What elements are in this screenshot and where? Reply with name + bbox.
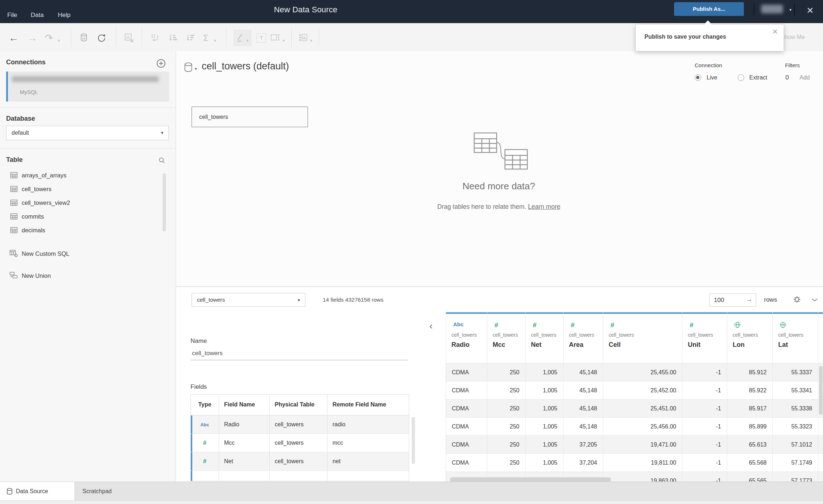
table-list-item[interactable]: decimals xyxy=(0,223,176,237)
grid-row[interactable]: CDMA 250 1,005 37,205 19,471.00 -1 65.61… xyxy=(446,436,823,454)
datasource-chevron-icon[interactable]: ▾ xyxy=(195,66,197,71)
clear-sheet-icon[interactable] xyxy=(124,33,134,43)
menu-help[interactable]: Help xyxy=(58,11,70,20)
grid-column-header[interactable]: cell_towers Net xyxy=(526,312,563,363)
fields-table-row[interactable]: Mcc cell_towers mcc xyxy=(191,434,409,452)
grid-column-header[interactable] xyxy=(818,312,823,363)
avatar[interactable] xyxy=(761,5,783,13)
database-heading: Database xyxy=(6,115,35,122)
column-table-name: cell_towers xyxy=(778,332,818,338)
database-select[interactable]: default ▾ xyxy=(6,126,169,140)
column-table-name: cell_towers xyxy=(451,332,487,338)
table-name-label: cell_towers_view2 xyxy=(22,196,70,210)
cell-radio: CDMA xyxy=(446,382,487,400)
fields-table-row[interactable] xyxy=(191,471,409,481)
fields-table-row[interactable]: Radio cell_towers radio xyxy=(191,415,409,434)
show-hide-cards-icon[interactable] xyxy=(299,33,308,42)
extract-radio[interactable] xyxy=(738,74,744,81)
menu-file[interactable]: File xyxy=(7,11,17,20)
cell-towers-table-node[interactable]: cell_towers xyxy=(192,107,308,127)
field-name-cell xyxy=(219,471,270,481)
physical-table-cell xyxy=(270,471,327,481)
extract-radio-label[interactable]: Extract xyxy=(749,74,767,81)
add-connection-icon[interactable] xyxy=(157,59,166,68)
metadata-collapse-icon[interactable]: ‹ xyxy=(429,320,433,332)
text-label-icon[interactable]: T xyxy=(257,33,266,43)
learn-more-link[interactable]: Learn more xyxy=(528,203,561,210)
cards-chevron-icon[interactable]: ▾ xyxy=(310,38,312,43)
database-select-value: default xyxy=(12,126,29,140)
search-tables-icon[interactable] xyxy=(158,157,166,164)
column-field-name: Lat xyxy=(778,341,818,349)
fit-chevron-icon[interactable]: ▾ xyxy=(283,38,285,43)
menu-data[interactable]: Data xyxy=(31,11,44,20)
grid-column-header[interactable]: cell_towers Lat xyxy=(773,312,818,363)
preview-collapse-chevron-icon[interactable] xyxy=(811,298,818,302)
replay-icon[interactable]: ↷ xyxy=(45,33,53,43)
grid-row[interactable]: CDMA 250 1,005 45,148 25,452.00 -1 85.92… xyxy=(446,382,823,400)
fields-table-row[interactable]: Net cell_towers net xyxy=(191,452,409,471)
preview-table-select[interactable]: cell_towers ▾ xyxy=(192,293,305,307)
new-union-label: New Union xyxy=(22,268,51,283)
drag-tables-text: Drag tables here to relate them. xyxy=(437,203,526,210)
connection-name-redacted xyxy=(12,76,159,82)
replay-chevron-icon[interactable]: ▾ xyxy=(58,38,60,43)
preview-settings-gear-icon[interactable] xyxy=(793,295,801,304)
swap-rows-columns-icon[interactable] xyxy=(150,33,160,43)
new-custom-sql-button[interactable]: New Custom SQL xyxy=(0,246,176,261)
grid-column-header[interactable]: cell_towers Unit xyxy=(682,312,727,363)
grid-column-header[interactable]: cell_towers Radio xyxy=(446,312,487,363)
live-radio[interactable] xyxy=(695,74,701,81)
column-table-name: cell_towers xyxy=(688,332,727,338)
connection-item[interactable]: MySQL xyxy=(6,72,169,102)
grid-row[interactable]: CDMA 250 1,005 45,148 25,456.00 -1 85.89… xyxy=(446,418,823,436)
table-list-item[interactable]: commits xyxy=(0,210,176,223)
cell-lon: 85.917 xyxy=(727,400,773,418)
publish-as-button[interactable]: Publish As... xyxy=(674,2,744,16)
cell-radio: CDMA xyxy=(446,418,487,436)
totals-chevron-icon[interactable]: ▾ xyxy=(214,38,216,43)
filters-add-link[interactable]: Add xyxy=(800,74,810,81)
cell-overflow xyxy=(818,454,823,472)
grid-column-header[interactable]: cell_towers Lon xyxy=(727,312,773,363)
table-name-input[interactable] xyxy=(190,350,408,360)
grid-column-header[interactable]: cell_towers Area xyxy=(563,312,603,363)
tab-data-source[interactable]: Data Source xyxy=(0,482,75,500)
cell-lat: 57.1773 xyxy=(773,472,818,482)
totals-sigma-icon[interactable]: Σ xyxy=(203,33,209,43)
datasource-pause-icon[interactable] xyxy=(80,33,87,42)
avatar-chevron-down-icon[interactable]: ▾ xyxy=(789,7,792,12)
table-list-item[interactable]: cell_towers_view2 xyxy=(0,196,176,210)
redo-icon[interactable]: → xyxy=(27,33,37,43)
grid-row[interactable]: CDMA 250 1,005 45,148 25,455.00 -1 85.91… xyxy=(446,363,823,382)
new-union-button[interactable]: New Union xyxy=(0,268,176,283)
close-window-icon[interactable]: × xyxy=(807,2,814,18)
tooltip-close-icon[interactable]: × xyxy=(772,26,778,37)
fields-table-scrollbar[interactable] xyxy=(412,417,415,464)
live-radio-label[interactable]: Live xyxy=(707,74,717,81)
grid-header: cell_towers Radio cell_towers Mcc cell xyxy=(446,312,823,363)
apply-rows-arrow-icon[interactable]: → xyxy=(746,296,752,303)
table-list: arrays_of_arrays cell_towers xyxy=(0,168,176,237)
grid-row[interactable]: CDMA 250 1,005 37,204 19,811.00 -1 65.56… xyxy=(446,454,823,472)
grid-row[interactable]: CDMA 250 1,005 45,148 25,451.00 -1 85.91… xyxy=(446,400,823,418)
datasource-database-icon[interactable] xyxy=(184,62,193,73)
sort-descending-icon[interactable] xyxy=(186,33,195,43)
cell-radio: CDMA xyxy=(446,363,487,382)
table-list-item[interactable]: arrays_of_arrays xyxy=(0,168,176,182)
grid-column-header[interactable]: cell_towers Mcc xyxy=(487,312,526,363)
table-list-scrollbar[interactable] xyxy=(163,173,166,231)
undo-icon[interactable]: ← xyxy=(9,33,18,43)
fit-width-icon[interactable] xyxy=(270,33,280,42)
highlight-pen-icon[interactable] xyxy=(236,33,245,43)
refresh-icon[interactable] xyxy=(97,33,107,43)
show-me-button[interactable]: Show Me xyxy=(781,34,805,40)
highlight-chevron-icon[interactable]: ▾ xyxy=(247,38,249,43)
remote-field-name-cell: mcc xyxy=(327,434,407,452)
column-type-icon xyxy=(690,321,727,329)
table-list-item[interactable]: cell_towers xyxy=(0,182,176,196)
grid-vertical-scrollbar[interactable] xyxy=(819,366,823,415)
tab-scratchpad[interactable]: Scratchpad xyxy=(82,482,112,500)
grid-column-header[interactable]: cell_towers Cell xyxy=(603,312,682,363)
sort-ascending-icon[interactable] xyxy=(168,33,178,43)
